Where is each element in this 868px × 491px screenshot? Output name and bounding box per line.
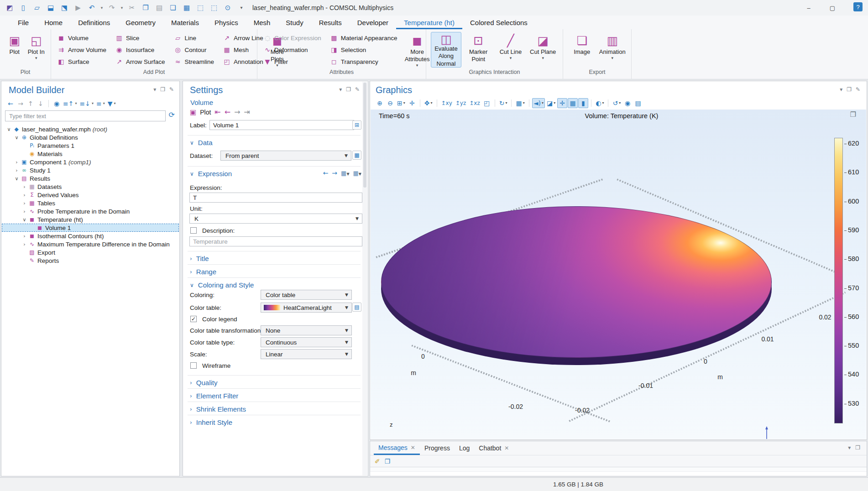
tree-item-results[interactable]: ∨▤Results (2, 174, 179, 183)
menu-tab-study[interactable]: Study (278, 16, 311, 29)
replace-expression-icon[interactable]: ▦▼ (341, 170, 349, 176)
menu-tab-developer[interactable]: Developer (350, 16, 396, 29)
show-axes-icon[interactable]: ✛ (557, 98, 567, 108)
expand-icon[interactable]: › (21, 184, 28, 189)
zoom-extents-icon[interactable]: ✛ (407, 98, 417, 108)
menu-tab-file[interactable]: File (10, 16, 37, 29)
section-range[interactable]: › Range (190, 268, 216, 276)
show-color-legend-icon[interactable]: ▮ (578, 98, 588, 108)
expand-down-icon[interactable]: ≡↓▾ (78, 99, 94, 109)
expression-input[interactable]: T (189, 193, 362, 203)
pin-icon[interactable]: ✎ (169, 87, 174, 92)
section-inherit-style[interactable]: ›Inherit Style (190, 418, 232, 426)
view-xz-icon[interactable]: ↥xz (468, 98, 481, 108)
deformation-button[interactable]: ∿Deformation (261, 44, 325, 56)
find-icon[interactable]: ⊙ (222, 2, 234, 14)
marker-point-button[interactable]: ⊡Marker Point (463, 32, 494, 68)
duplicate-icon[interactable]: ❏ (167, 2, 179, 14)
tree-item-maximum-temperature-difference-in-the-domain[interactable]: ›∿Maximum Temperature Difference in the … (2, 240, 179, 248)
cut-line-button[interactable]: ╱Cut Line▾ (496, 32, 526, 68)
insert-expression-icon[interactable]: ▦▼ (353, 170, 361, 176)
animation-button[interactable]: ▥Animation▾ (598, 32, 627, 68)
last-solution-icon[interactable]: ⇥ (244, 109, 250, 116)
copy-icon[interactable]: ❐ (140, 2, 152, 14)
collapse-icon[interactable]: ∨ (5, 127, 12, 132)
section-expression[interactable]: ∨ Expression (190, 170, 232, 178)
tree-item-component-1[interactable]: ›▣Component 1(comp1) (2, 158, 179, 166)
tree-item-datasets[interactable]: ›▦Datasets (2, 183, 179, 191)
contour-button[interactable]: ◎Contour (172, 44, 218, 56)
select-box-icon[interactable]: ⬚ (194, 2, 206, 14)
zoom-box-icon[interactable]: ⊞▾ (396, 98, 407, 108)
chevron-down-icon[interactable]: ▾ (848, 445, 851, 450)
menu-tab-mesh[interactable]: Mesh (246, 16, 278, 29)
close-tab-icon[interactable]: ✕ (504, 445, 509, 451)
filter-button[interactable]: ▼Filter (261, 56, 325, 68)
paste-icon[interactable]: ▤ (153, 2, 165, 14)
pin-icon[interactable]: ✎ (355, 87, 360, 92)
collapse-icon[interactable]: ∨ (13, 135, 20, 140)
tab-progress[interactable]: Progress (420, 441, 455, 455)
print-icon[interactable]: ▤ (633, 98, 643, 108)
menu-tab-results[interactable]: Results (311, 16, 350, 29)
colortable-combo[interactable]: HeatCameraLight▼ (261, 303, 352, 313)
rename-icon[interactable]: ⊞ (352, 120, 361, 130)
isosurface-button[interactable]: ◉Isosurface (113, 44, 169, 56)
zoom-out-icon[interactable]: ⊖ (385, 98, 395, 108)
float-window-icon[interactable]: ❐ (160, 87, 165, 92)
tree-item-reports[interactable]: ✎Reports (2, 256, 179, 265)
view-yz-icon[interactable]: ↥yz (454, 98, 467, 108)
dataset-edit-icon[interactable]: ▦ (352, 151, 361, 160)
label-input[interactable]: Volume 1 (209, 120, 354, 130)
tree-item-study-1[interactable]: ›∞Study 1 (2, 166, 179, 174)
plot-in-button[interactable]: ◱Plot In▾ (26, 32, 47, 68)
arrow-surface-button[interactable]: ↗Arrow Surface (113, 56, 169, 68)
open-icon[interactable]: ▱ (31, 2, 43, 14)
first-solution-icon[interactable]: ⇤ (214, 109, 220, 116)
color-legend-checkbox[interactable]: ✓ (190, 316, 197, 322)
tree-item-volume-1[interactable]: ◼Volume 1 (2, 224, 179, 232)
streamline-button[interactable]: ≈Streamline (172, 56, 218, 68)
model-tree-node-text-icon[interactable]: ≡▾ (95, 99, 106, 109)
tree-item-laser-heating-wafer-mph[interactable]: ∨◆laser_heating_wafer.mph(root) (2, 125, 179, 133)
float-window-icon[interactable]: ❐ (346, 87, 351, 92)
slice-button[interactable]: ▥Slice (113, 32, 169, 44)
customize-icon[interactable]: ▾ (235, 2, 247, 14)
float-window-icon[interactable]: ❐ (855, 445, 860, 450)
selection-button[interactable]: ◨Selection (328, 44, 401, 56)
tree-item-tables[interactable]: ›▦Tables (2, 199, 179, 207)
color-theme-icon[interactable]: ◐▾ (594, 98, 605, 108)
coloring-combo[interactable]: Color table▼ (261, 290, 352, 300)
evaluate-along-normal-button[interactable]: ◫Evaluate Along Normal (431, 32, 461, 68)
expand-icon[interactable]: › (21, 242, 28, 247)
view-orientation-icon[interactable]: ✥▾ (423, 98, 434, 108)
previous-solution-icon[interactable]: ← (225, 109, 230, 116)
collapse-up-icon[interactable]: ≡↑▾ (62, 99, 78, 109)
show-grid-icon[interactable]: ▦ (568, 98, 578, 108)
save-as-icon[interactable]: ⬔ (58, 2, 70, 14)
colortable-type-combo[interactable]: Continuous▼ (261, 337, 352, 347)
snapshot-icon[interactable]: ◉ (622, 98, 633, 108)
tree-item-temperature-ht[interactable]: ∨◼Temperature (ht) (2, 215, 179, 224)
section-title[interactable]: › Title (190, 255, 209, 262)
redo-dropdown-icon[interactable]: ▾ (120, 6, 124, 10)
wafer-temperature-surface[interactable] (381, 206, 772, 358)
arrow-volume-button[interactable]: ⇉Arrow Volume (55, 44, 110, 56)
section-element-filter[interactable]: ›Element Filter (190, 392, 238, 400)
undo-dropdown-icon[interactable]: ▾ (99, 6, 104, 10)
dataset-combo[interactable]: From parent▼ (220, 151, 351, 161)
view-xy-icon[interactable]: ↥xy (440, 98, 454, 108)
collapse-icon[interactable]: ∨ (21, 217, 28, 222)
menu-tab-colored-selections[interactable]: Colored Selections (462, 16, 535, 29)
plot-button[interactable]: ▣Plot (5, 32, 25, 68)
move-up-arrow-icon[interactable]: ↑ (26, 99, 35, 109)
prev-expression-icon[interactable]: ← (323, 170, 329, 176)
section-data[interactable]: ∨ Data (190, 139, 212, 146)
transparency-button[interactable]: ◻Transparency (328, 56, 401, 68)
image-button[interactable]: ❏Image (568, 32, 596, 68)
help-button[interactable]: ? (853, 2, 863, 11)
tree-item-export[interactable]: ▧Export (2, 248, 179, 256)
chevron-down-icon[interactable]: ▾ (153, 87, 156, 92)
section-quality[interactable]: ›Quality (190, 379, 218, 387)
close-tab-icon[interactable]: ✕ (411, 445, 415, 450)
